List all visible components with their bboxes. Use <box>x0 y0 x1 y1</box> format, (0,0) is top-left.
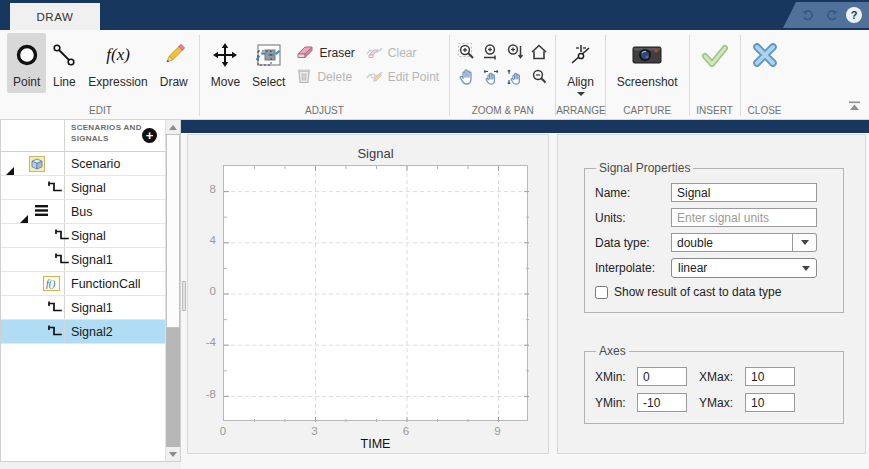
camera-icon <box>632 38 662 72</box>
close-x-icon <box>752 38 778 72</box>
ymax-label: YMax: <box>699 396 745 410</box>
x-tick-label: 6 <box>391 425 421 437</box>
screenshot-button[interactable]: Screenshot <box>611 33 684 93</box>
main-area: SCENARIOS AND SIGNALS + Scenario Signal <box>0 120 869 469</box>
tree-scrollbar <box>165 120 180 461</box>
adjust-column-1: Eraser Delete <box>291 33 359 89</box>
clear-icon <box>365 44 383 63</box>
axes-title: Axes <box>596 344 629 358</box>
pan-y-icon[interactable] <box>503 65 526 89</box>
data-type-combo[interactable]: double <box>671 233 817 252</box>
units-input[interactable] <box>671 208 817 227</box>
line-button[interactable]: Line <box>46 33 82 93</box>
signal-properties-title: Signal Properties <box>596 161 693 175</box>
plot-axes[interactable] <box>223 165 528 421</box>
titlebar: DRAW ? <box>0 0 869 30</box>
ymin-input[interactable] <box>637 393 687 412</box>
x-tick-label: 0 <box>208 425 238 437</box>
clear-button[interactable]: Clear <box>360 41 444 65</box>
undo-icon[interactable] <box>800 7 816 23</box>
y-tick-label: -4 <box>188 336 216 348</box>
delete-button[interactable]: Delete <box>291 65 359 89</box>
tree-row-functioncall[interactable]: f() FunctionCall <box>1 272 165 296</box>
select-button[interactable]: Select <box>246 33 291 93</box>
interpolate-label: Interpolate: <box>595 261 671 275</box>
ribbon-group-arrange: Align ARRANGE <box>556 30 605 119</box>
pan-icon[interactable] <box>455 65 478 89</box>
scenarios-signals-panel: SCENARIOS AND SIGNALS + Scenario Signal <box>0 120 181 462</box>
cast-checkbox-label[interactable]: Show result of cast to data type <box>614 285 781 299</box>
adjust-column-2: Clear Edit Point <box>360 33 444 89</box>
home-icon[interactable] <box>527 40 550 64</box>
ribbon-group-insert: INSERT <box>690 30 740 119</box>
ribbon-toolbar: Point Line f(x) Expression Draw EDIT <box>0 30 869 120</box>
help-button[interactable]: ? <box>846 7 862 23</box>
eraser-button[interactable]: Eraser <box>291 41 359 65</box>
name-input[interactable] <box>671 183 817 202</box>
redo-icon[interactable] <box>823 7 839 23</box>
line-icon <box>52 38 76 72</box>
xmin-input[interactable] <box>637 367 687 386</box>
pencil-icon <box>161 38 187 72</box>
scrollbar-track[interactable] <box>166 328 180 447</box>
signal-step-icon <box>54 228 70 242</box>
xmin-label: XMin: <box>595 370 637 384</box>
select-icon <box>256 38 282 72</box>
collapse-ribbon-button[interactable] <box>848 97 861 115</box>
zoom-in-icon[interactable] <box>455 40 478 64</box>
interpolate-combo[interactable]: linear <box>671 258 817 278</box>
zoom-in-y-icon[interactable] <box>503 40 526 64</box>
align-dropdown-caret <box>577 92 585 96</box>
xmax-label: XMax: <box>699 370 745 384</box>
tree-row-bus-signal1[interactable]: Signal1 <box>1 248 165 272</box>
tree-row-scenario[interactable]: Scenario <box>1 152 165 176</box>
plot-title: Signal <box>223 146 528 161</box>
axes-group: Axes XMin: XMax: YMin: YMax: <box>584 344 844 424</box>
align-button[interactable]: Align <box>561 33 600 100</box>
y-tick-label: 4 <box>188 234 216 246</box>
document-area: Signal <box>181 120 869 469</box>
point-button[interactable]: Point <box>7 33 46 93</box>
panel-splitter-grip[interactable] <box>182 281 186 311</box>
expression-button[interactable]: f(x) Expression <box>82 33 153 93</box>
signal-step-icon <box>47 300 63 314</box>
scroll-down-button[interactable] <box>166 447 180 461</box>
move-button[interactable]: Move <box>205 33 246 93</box>
edit-point-button[interactable]: Edit Point <box>360 65 444 89</box>
scroll-up-button[interactable] <box>166 120 180 134</box>
point-icon <box>14 38 40 72</box>
draw-button[interactable]: Draw <box>154 33 194 93</box>
zoom-in-time-icon[interactable] <box>479 40 502 64</box>
x-axis-label: TIME <box>223 437 528 451</box>
tree-row-signal2[interactable]: Signal2 <box>1 320 165 344</box>
ymax-input[interactable] <box>745 393 795 412</box>
insert-button[interactable] <box>695 33 735 76</box>
signal-step-icon <box>47 324 63 338</box>
plot-grid <box>224 166 529 422</box>
units-label: Units: <box>595 211 671 225</box>
tree-row-bus-signal[interactable]: Signal <box>1 224 165 248</box>
ribbon-group-capture: Screenshot CAPTURE <box>606 30 689 119</box>
eraser-icon <box>296 44 314 63</box>
align-icon <box>570 38 592 72</box>
ribbon-group-close: CLOSE <box>741 30 789 119</box>
y-tick-label: 8 <box>188 183 216 195</box>
pan-x-icon[interactable] <box>479 65 502 89</box>
xmax-input[interactable] <box>745 367 795 386</box>
tree-row-signal[interactable]: Signal <box>1 176 165 200</box>
y-tick-label: 0 <box>188 285 216 297</box>
cast-checkbox[interactable] <box>595 286 608 299</box>
zoom-out-icon[interactable] <box>527 65 550 89</box>
tree-row-signal1[interactable]: Signal1 <box>1 296 165 320</box>
tree-row-bus[interactable]: Bus <box>1 200 165 224</box>
trash-icon <box>296 67 312 87</box>
signal-step-icon <box>54 252 70 266</box>
signal-step-icon <box>47 180 63 194</box>
data-type-dropdown-button[interactable] <box>793 233 817 252</box>
tab-draw[interactable]: DRAW <box>10 3 100 30</box>
add-signal-button[interactable]: + <box>142 128 157 143</box>
close-button[interactable] <box>746 33 784 76</box>
properties-panel: Signal Properties Name: Units: Data type… <box>557 134 866 454</box>
scrollbar-thumb[interactable] <box>166 134 180 328</box>
quick-access-toolbar: ? <box>783 2 869 28</box>
